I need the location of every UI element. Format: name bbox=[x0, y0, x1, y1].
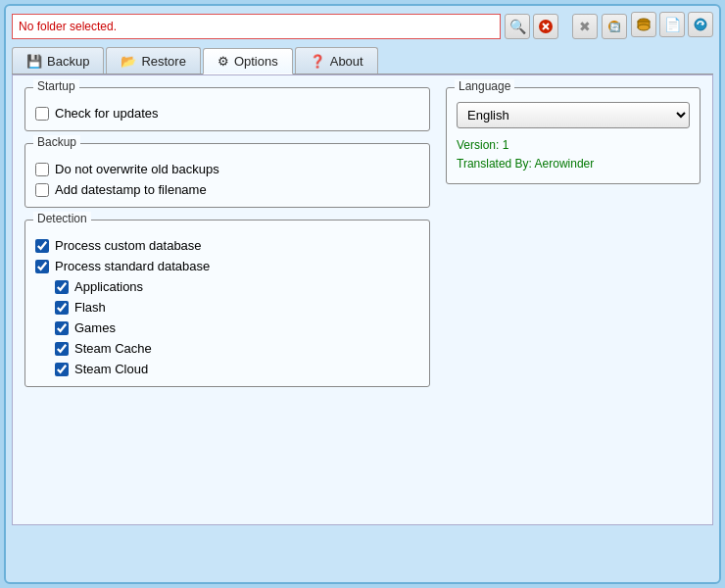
process-standard-row: Process standard database bbox=[35, 259, 419, 273]
steam-cache-row: Steam Cache bbox=[55, 341, 419, 356]
right-icon-group: 📄 bbox=[631, 12, 713, 41]
backup-group: Backup Do not overwrite old backups Add … bbox=[24, 143, 430, 208]
games-label: Games bbox=[74, 320, 116, 335]
right-panel: Language English French German Spanish V… bbox=[446, 87, 701, 513]
search-button[interactable]: 🔍 bbox=[505, 14, 530, 39]
applications-checkbox[interactable] bbox=[55, 280, 69, 294]
no-overwrite-label: Do not overwrite old backups bbox=[55, 162, 219, 176]
sub-items-group: Applications Flash Games Steam Cache bbox=[55, 279, 419, 376]
top-icon-group: 🔍 bbox=[505, 14, 558, 39]
backup-group-title: Backup bbox=[33, 135, 80, 149]
detection-group-title: Detection bbox=[33, 212, 91, 225]
db-icon bbox=[636, 17, 652, 32]
svg-text:🔄: 🔄 bbox=[609, 22, 621, 33]
options-tab-icon: ⚙ bbox=[218, 54, 229, 69]
version-info: Version: 1 Translated By: Aerowinder bbox=[457, 136, 690, 173]
restore-small-button[interactable]: 🔄 bbox=[602, 14, 627, 39]
steam-cloud-label: Steam Cloud bbox=[74, 362, 148, 376]
icon-row-top: 📄 bbox=[631, 12, 713, 37]
datestamp-checkbox[interactable] bbox=[35, 183, 49, 197]
flash-label: Flash bbox=[74, 300, 106, 315]
refresh-icon-button[interactable] bbox=[688, 12, 713, 37]
backup-tab-icon: 💾 bbox=[26, 54, 42, 69]
datestamp-row: Add datestamp to filename bbox=[35, 182, 419, 197]
left-panel: Startup Check for updates Backup Do not … bbox=[24, 87, 430, 513]
steam-cloud-row: Steam Cloud bbox=[55, 362, 419, 376]
datestamp-label: Add datestamp to filename bbox=[55, 182, 207, 197]
refresh-icon bbox=[694, 18, 707, 31]
tab-restore[interactable]: 📂 Restore bbox=[106, 47, 201, 74]
applications-label: Applications bbox=[74, 279, 143, 294]
no-overwrite-row: Do not overwrite old backups bbox=[35, 162, 419, 176]
games-checkbox[interactable] bbox=[55, 321, 69, 335]
process-standard-checkbox[interactable] bbox=[35, 260, 49, 273]
top-bar: 🔍 ✖ 🔄 bbox=[12, 12, 713, 41]
restore-tab-icon: 📂 bbox=[121, 54, 136, 69]
steam-cloud-checkbox[interactable] bbox=[55, 363, 69, 376]
no-overwrite-checkbox[interactable] bbox=[35, 163, 49, 176]
applications-row: Applications bbox=[55, 279, 419, 294]
startup-group-title: Startup bbox=[33, 79, 79, 93]
tab-backup[interactable]: 💾 Backup bbox=[12, 47, 104, 74]
language-group-title: Language bbox=[455, 79, 514, 93]
options-tab-label: Options bbox=[234, 54, 278, 69]
restore-icon: 🔄 bbox=[607, 20, 621, 33]
steam-cache-checkbox[interactable] bbox=[55, 342, 69, 356]
process-custom-label: Process custom database bbox=[55, 238, 202, 253]
db-icon-button[interactable] bbox=[631, 12, 656, 37]
process-custom-row: Process custom database bbox=[35, 238, 419, 253]
svg-point-7 bbox=[638, 24, 650, 30]
tab-options[interactable]: ⚙ Options bbox=[203, 48, 293, 74]
language-select[interactable]: English French German Spanish bbox=[457, 102, 690, 128]
backup-tab-label: Backup bbox=[47, 54, 89, 69]
folder-input[interactable] bbox=[12, 14, 501, 39]
check-updates-checkbox[interactable] bbox=[35, 107, 49, 121]
file-icon-button[interactable]: 📄 bbox=[659, 12, 685, 37]
process-standard-label: Process standard database bbox=[55, 259, 210, 273]
clear-button[interactable] bbox=[533, 14, 558, 39]
version-text: Version: 1 bbox=[457, 136, 690, 155]
language-group: Language English French German Spanish V… bbox=[446, 87, 701, 184]
steam-cache-label: Steam Cache bbox=[74, 341, 152, 356]
flash-row: Flash bbox=[55, 300, 419, 315]
flash-checkbox[interactable] bbox=[55, 301, 69, 315]
close-x-button[interactable]: ✖ bbox=[572, 14, 598, 39]
tab-about[interactable]: ❓ About bbox=[295, 47, 378, 74]
games-row: Games bbox=[55, 320, 419, 335]
check-updates-label: Check for updates bbox=[55, 106, 159, 121]
restore-tab-label: Restore bbox=[141, 54, 186, 69]
detection-group: Detection Process custom database Proces… bbox=[24, 220, 430, 387]
startup-group: Startup Check for updates bbox=[24, 87, 430, 131]
check-updates-row: Check for updates bbox=[35, 106, 419, 121]
tab-bar: 💾 Backup 📂 Restore ⚙ Options ❓ About bbox=[12, 47, 713, 74]
content-area: Startup Check for updates Backup Do not … bbox=[12, 74, 713, 525]
process-custom-checkbox[interactable] bbox=[35, 239, 49, 253]
about-tab-label: About bbox=[330, 54, 363, 69]
main-window: 🔍 ✖ 🔄 bbox=[4, 4, 721, 584]
translator-text: Translated By: Aerowinder bbox=[457, 155, 690, 173]
red-x-icon bbox=[539, 20, 553, 33]
about-tab-icon: ❓ bbox=[310, 54, 325, 69]
